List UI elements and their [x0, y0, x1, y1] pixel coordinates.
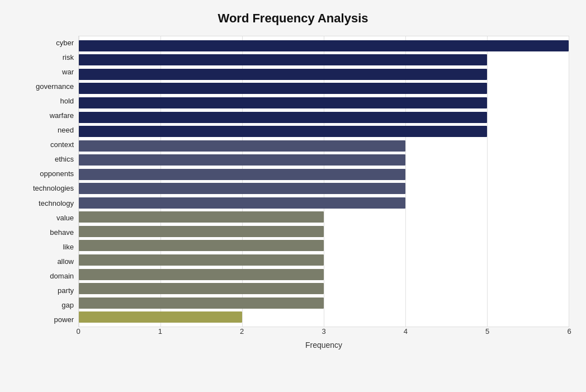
- bar: [79, 69, 487, 80]
- y-label: domain: [17, 269, 74, 284]
- y-label: ethics: [17, 152, 74, 167]
- y-label: governance: [17, 79, 74, 94]
- bar: [79, 269, 324, 280]
- bar-row: [79, 154, 569, 166]
- y-label: power: [17, 313, 74, 327]
- bar-row: [79, 140, 569, 152]
- bar: [79, 169, 405, 180]
- bar-row: [79, 225, 569, 238]
- grid-line: [569, 36, 569, 327]
- bar-row: [79, 197, 569, 209]
- y-label: gap: [17, 298, 74, 313]
- y-label: party: [17, 284, 74, 298]
- bar: [79, 197, 405, 209]
- x-tick-label: 4: [404, 327, 408, 336]
- y-label: allow: [17, 254, 74, 269]
- bar: [79, 183, 405, 194]
- y-label: warfare: [17, 108, 74, 123]
- bar-row: [79, 182, 569, 195]
- y-label: opponents: [17, 167, 74, 181]
- y-label: like: [17, 240, 74, 254]
- bar-row: [79, 297, 569, 309]
- y-label: hold: [17, 94, 74, 108]
- bar-row: [79, 282, 569, 295]
- y-labels: cyberriskwargovernanceholdwarfareneedcon…: [17, 36, 78, 327]
- bar-row: [79, 168, 569, 181]
- bar-row: [79, 68, 569, 81]
- chart-container: Word Frequency Analysis cyberriskwargove…: [0, 0, 586, 392]
- bar: [79, 83, 487, 94]
- y-label: behave: [17, 225, 74, 240]
- bar-row: [79, 111, 569, 124]
- bar: [79, 112, 487, 123]
- bar: [79, 140, 405, 152]
- bar-row: [79, 254, 569, 266]
- x-tick-label: 6: [567, 327, 571, 336]
- bar: [79, 311, 242, 323]
- chart-title: Word Frequency Analysis: [17, 11, 569, 26]
- x-tick-label: 0: [76, 327, 80, 336]
- bar-row: [79, 268, 569, 281]
- bar-row: [79, 40, 569, 52]
- x-tick-label: 2: [240, 327, 244, 336]
- bar: [79, 154, 405, 166]
- x-tick-label: 1: [158, 327, 162, 336]
- bar: [79, 54, 487, 65]
- x-axis-container: 0123456 Frequency: [17, 327, 569, 350]
- x-ticks-row: 0123456: [78, 327, 569, 338]
- bar: [79, 40, 569, 51]
- y-label: war: [17, 65, 74, 79]
- bar: [79, 126, 487, 137]
- bar-row: [79, 54, 569, 66]
- x-tick-label: 5: [485, 327, 489, 336]
- bar-row: [79, 82, 569, 95]
- bar: [79, 211, 324, 223]
- x-tick-label: 3: [322, 327, 325, 336]
- bar: [79, 226, 324, 237]
- bar: [79, 283, 324, 294]
- y-label: value: [17, 211, 74, 225]
- bar-row: [79, 239, 569, 252]
- bar-row: [79, 311, 569, 323]
- bar-row: [79, 125, 569, 138]
- y-label: cyber: [17, 36, 74, 50]
- bars-area: [78, 36, 569, 327]
- y-label: technology: [17, 196, 74, 211]
- bar: [79, 97, 487, 108]
- bar-row: [79, 211, 569, 223]
- bars-inner: [79, 36, 569, 327]
- y-label: risk: [17, 50, 74, 65]
- bar: [79, 254, 324, 266]
- y-label: need: [17, 123, 74, 138]
- bar-row: [79, 97, 569, 109]
- bar: [79, 240, 324, 251]
- y-label: technologies: [17, 181, 74, 196]
- bar: [79, 297, 324, 309]
- y-label: context: [17, 138, 74, 152]
- x-axis-title: Frequency: [78, 341, 569, 350]
- chart-area: cyberriskwargovernanceholdwarfareneedcon…: [17, 36, 569, 327]
